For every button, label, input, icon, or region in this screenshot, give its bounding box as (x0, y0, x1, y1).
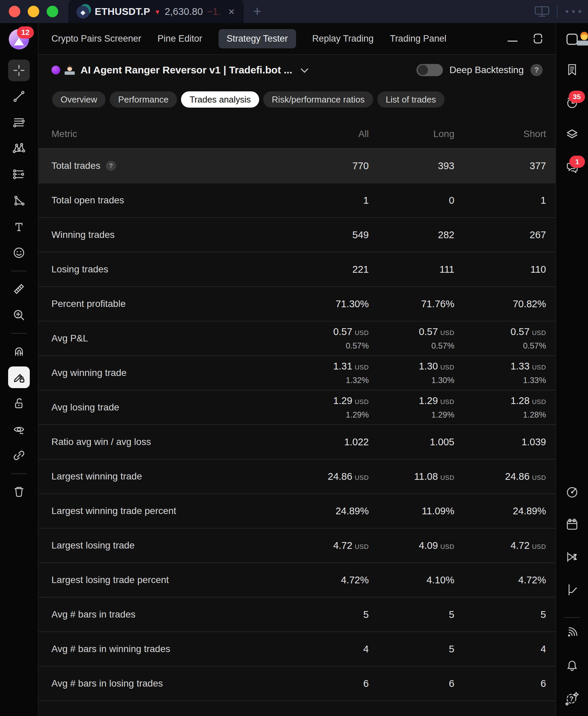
trend-line-tool[interactable] (8, 86, 30, 107)
value-number: 4.72 (333, 540, 352, 551)
long-position-tool[interactable] (8, 164, 30, 185)
tab-trades-analysis[interactable]: Trades analysis (181, 91, 259, 108)
calendar-icon[interactable] (565, 517, 580, 533)
browser-tab-ethusdt[interactable]: ◆ ETHUSDT.P ▼ 2,630.80 −1. × (68, 0, 244, 23)
tab-close-icon[interactable]: × (228, 5, 235, 18)
remove-drawings-trash-tool[interactable] (8, 481, 30, 503)
table-row-winning-trades[interactable]: Winning trades549282267 (39, 218, 555, 252)
table-row-losing-trades[interactable]: Losing trades221111110 (39, 252, 555, 287)
feed-icon[interactable] (565, 625, 580, 641)
hide-drawings-eye-tool[interactable] (8, 419, 30, 440)
value-main: 1.022 (344, 437, 369, 448)
value-long: 282 (369, 229, 454, 240)
value-short: 70.82% (454, 298, 546, 310)
notifications-bell-icon[interactable] (565, 657, 580, 673)
value-unit: USD (532, 398, 546, 406)
metric-label: Percent profitable (51, 298, 281, 309)
overflow-menu-icon[interactable] (564, 9, 583, 14)
avatar[interactable]: 12 (9, 29, 29, 49)
drawing-lock-tool[interactable] (8, 366, 30, 388)
chart-axis-icon[interactable] (565, 582, 580, 598)
help-icon[interactable]: ? (530, 64, 543, 76)
strategy-title: AI Agent Ranger Reversor v1 | Tradefi.bo… (81, 64, 292, 76)
text-tool[interactable] (8, 216, 30, 237)
table-row-largest-winning-trade-percent[interactable]: Largest winning trade percent24.89%11.09… (39, 494, 555, 529)
value-all: 0.57USD0.57% (281, 326, 369, 351)
value-short: 110 (454, 264, 546, 275)
metric-label: Avg # bars in winning trades (51, 644, 281, 654)
panel-minimize-icon[interactable] (507, 41, 518, 42)
multi-monitor-icon[interactable] (534, 4, 550, 19)
value-main: 1.31USD (333, 361, 369, 372)
link-tool[interactable] (8, 445, 30, 466)
value-number: 24.86 (328, 471, 353, 482)
nav-item-replay-trading[interactable]: Replay Trading (312, 34, 374, 44)
value-unit: USD (355, 398, 369, 406)
table-row-avg-p-l[interactable]: Avg P&L0.57USD0.57%0.57USD0.57%0.57USD0.… (39, 321, 555, 356)
table-row-ratio-avg-win-avg-loss[interactable]: Ratio avg win / avg loss1.0221.0051.039 (39, 425, 555, 460)
layers-icon[interactable] (565, 127, 580, 144)
value-unit: USD (440, 364, 454, 371)
strategy-selector[interactable]: AI Agent Ranger Reversor v1 | Tradefi.bo… (51, 64, 307, 76)
zoom-in-tool[interactable] (8, 304, 30, 326)
measure-tool[interactable] (8, 278, 30, 300)
tab-list-of-trades[interactable]: List of trades (377, 91, 444, 108)
metric-label-text: Avg winning trade (51, 367, 127, 378)
table-row-avg-bars-in-winning-trades[interactable]: Avg # bars in winning trades454 (39, 632, 555, 667)
table-row-avg-bars-in-trades[interactable]: Avg # bars in trades555 (39, 597, 555, 632)
panel-restore-icon[interactable] (532, 31, 543, 46)
tab-performance[interactable]: Performance (110, 91, 177, 108)
nav-item-pine-editor[interactable]: Pine Editor (158, 34, 202, 44)
value-percent: 0.57% (523, 341, 546, 351)
help-icon[interactable]: ? (106, 161, 116, 171)
emoji-tool[interactable] (8, 242, 30, 264)
screener-radar-icon[interactable] (565, 485, 580, 501)
value-number: 71.30% (336, 298, 369, 310)
polygon-tool[interactable] (8, 190, 30, 211)
tab-overview[interactable]: Overview (52, 91, 106, 108)
zoom-window-button[interactable] (47, 6, 58, 17)
value-number: 267 (530, 229, 546, 240)
table-row-percent-profitable[interactable]: Percent profitable71.30%71.76%70.82% (39, 287, 555, 321)
divider (557, 5, 558, 18)
col-header-metric: Metric (51, 129, 281, 140)
nav-item-strategy-tester[interactable]: Strategy Tester (218, 29, 296, 48)
deep-backtesting-toggle[interactable] (417, 64, 443, 76)
unlock-tool[interactable] (8, 393, 30, 414)
table-row-largest-losing-trade-percent[interactable]: Largest losing trade percent4.72%4.10%4.… (39, 563, 555, 597)
value-main: 1 (363, 195, 369, 206)
alerts-clock-icon[interactable]: 35 (565, 95, 580, 111)
fib-retracement-tool[interactable] (8, 112, 30, 133)
table-row-avg-losing-trade[interactable]: Avg losing trade1.29USD1.29%1.29USD1.29%… (39, 391, 555, 425)
col-header-long: Long (369, 129, 454, 140)
xabcd-pattern-tool[interactable] (8, 138, 30, 160)
metric-label: Largest losing trade percent (51, 574, 281, 585)
table-row-total-open-trades[interactable]: Total open trades101 (39, 183, 555, 218)
metric-label: Winning trades (51, 229, 281, 240)
value-number: 4 (541, 644, 546, 655)
chat-icon[interactable]: 1 (565, 160, 580, 176)
table-row-total-trades[interactable]: Total trades?770393377 (39, 149, 555, 183)
value-short: 1.33USD1.33% (454, 361, 546, 385)
close-window-button[interactable] (9, 6, 20, 17)
crosshair-tool[interactable] (8, 60, 30, 81)
help-sparkle-icon[interactable]: ? (565, 690, 580, 707)
value-main: 24.86USD (505, 471, 546, 482)
nav-item-crypto-pairs-screener[interactable]: Crypto Pairs Screener (51, 34, 142, 44)
watchlist-icon[interactable] (565, 62, 580, 79)
value-main: 4.72USD (510, 540, 546, 551)
table-row-avg-bars-in-losing-trades[interactable]: Avg # bars in losing trades666 (39, 667, 555, 701)
new-tab-button[interactable]: + (253, 4, 261, 19)
value-main: 549 (353, 229, 369, 240)
compare-paths-icon[interactable] (565, 549, 580, 566)
table-row-largest-winning-trade[interactable]: Largest winning trade24.86USD11.08USD24.… (39, 460, 555, 494)
magnet-tool[interactable] (8, 340, 30, 362)
metric-label-text: Largest winning trade (51, 471, 142, 482)
value-all: 4.72USD (281, 540, 369, 551)
table-row-avg-winning-trade[interactable]: Avg winning trade1.31USD1.32%1.30USD1.30… (39, 356, 555, 391)
value-number: 6 (449, 678, 454, 689)
nav-item-trading-panel[interactable]: Trading Panel (390, 34, 446, 44)
table-row-largest-losing-trade[interactable]: Largest losing trade4.72USD4.09USD4.72US… (39, 529, 555, 563)
minimize-window-button[interactable] (28, 6, 39, 17)
tab-risk-performance-ratios[interactable]: Risk/performance ratios (263, 91, 373, 108)
